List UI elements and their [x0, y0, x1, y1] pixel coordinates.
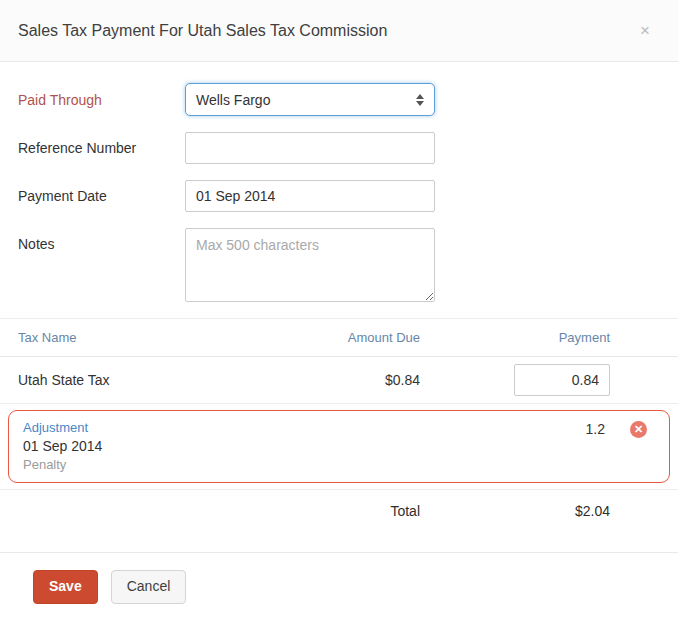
notes-textarea[interactable] — [185, 228, 435, 302]
payment-date-label: Payment Date — [18, 188, 185, 204]
notes-row: Notes — [18, 228, 660, 302]
paid-through-label: Paid Through — [18, 92, 185, 108]
table-header-row: Tax Name Amount Due Payment — [0, 318, 678, 357]
modal-footer: Save Cancel — [0, 552, 678, 621]
delete-adjustment-icon[interactable]: ✕ — [630, 421, 647, 438]
payment-date-row: Payment Date — [18, 180, 660, 212]
paid-through-value: Wells Fargo — [196, 92, 270, 108]
modal-body: Paid Through Wells Fargo Reference Numbe… — [0, 62, 678, 552]
select-stepper-icon — [416, 94, 424, 106]
payment-date-input[interactable] — [185, 180, 435, 212]
header-tax-name: Tax Name — [18, 330, 270, 345]
table-row: Utah State Tax $0.84 — [0, 357, 678, 404]
sales-tax-payment-modal: Sales Tax Payment For Utah Sales Tax Com… — [0, 0, 678, 621]
adjustment-date: 01 Sep 2014 — [23, 438, 586, 454]
cancel-button[interactable]: Cancel — [111, 570, 187, 603]
header-amount-due: Amount Due — [270, 330, 420, 345]
adjustment-amount: 1.2 — [586, 420, 605, 437]
reference-number-row: Reference Number — [18, 132, 660, 164]
notes-label: Notes — [18, 228, 185, 252]
adjustment-row: Adjustment 01 Sep 2014 Penalty 1.2 ✕ — [8, 410, 670, 483]
paid-through-select[interactable]: Wells Fargo — [185, 83, 435, 116]
modal-title: Sales Tax Payment For Utah Sales Tax Com… — [18, 22, 387, 40]
adjustment-link[interactable]: Adjustment — [23, 420, 586, 435]
total-label: Total — [270, 503, 420, 519]
reference-number-label: Reference Number — [18, 140, 185, 156]
save-button[interactable]: Save — [33, 570, 98, 603]
amount-due-cell: $0.84 — [270, 372, 420, 388]
total-row: Total $2.04 — [0, 489, 678, 532]
close-icon[interactable]: × — [640, 22, 650, 39]
paid-through-row: Paid Through Wells Fargo — [18, 83, 660, 116]
payment-amount-input[interactable] — [514, 364, 610, 396]
modal-header: Sales Tax Payment For Utah Sales Tax Com… — [0, 0, 678, 62]
header-payment: Payment — [420, 330, 610, 345]
reference-number-input[interactable] — [185, 132, 435, 164]
adjustment-details: Adjustment 01 Sep 2014 Penalty — [23, 420, 586, 472]
tax-table: Tax Name Amount Due Payment Utah State T… — [0, 318, 678, 532]
total-value: $2.04 — [420, 503, 610, 519]
tax-name-cell: Utah State Tax — [18, 372, 270, 388]
adjustment-reason: Penalty — [23, 457, 586, 472]
